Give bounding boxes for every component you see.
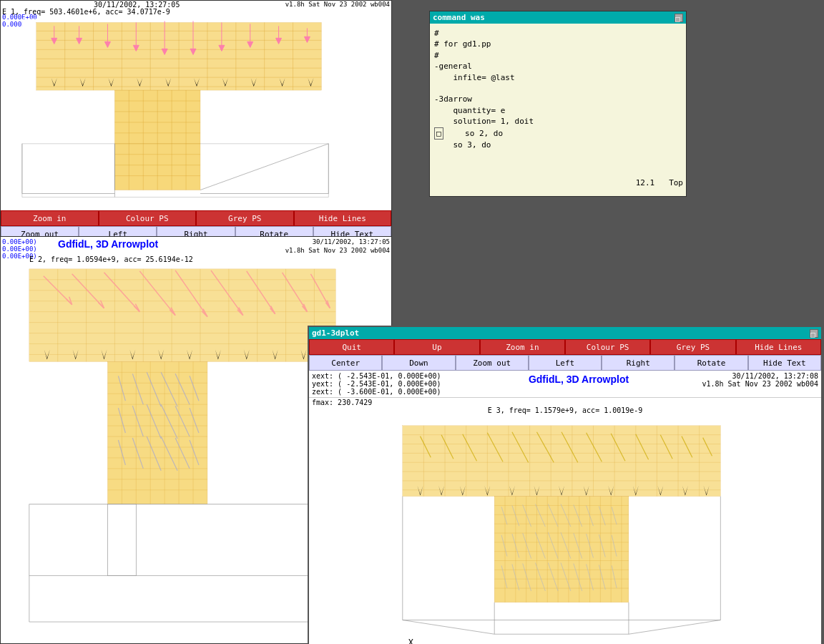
- svg-rect-156: [107, 504, 321, 576]
- topleft-plot-svg: [1, 1, 391, 203]
- btn-grey-ps-gd1[interactable]: Grey PS: [650, 339, 735, 355]
- cmd-line-2: # for gd1.pp: [434, 39, 682, 49]
- gd1-fmax: fmax: 230.7429: [312, 399, 818, 406]
- cmd-line-9: solution= 1, doit: [434, 116, 682, 127]
- gd1-zext: zext: ( -3.600E-01, 0.000E+00): [312, 388, 441, 396]
- btn-down[interactable]: Down: [382, 355, 455, 371]
- gd1-toolbar-row1: Quit Up Zoom in Colour PS Grey PS Hide L…: [309, 339, 821, 355]
- command-window: command was □ # # for gd1.pp # -general …: [429, 11, 687, 197]
- btn-colour-ps[interactable]: Colour PS: [99, 210, 197, 226]
- gd1-cursor-marker: X: [408, 638, 414, 644]
- gd1-date: 30/11/2002, 13:27:08: [702, 372, 818, 380]
- btn-zoom-out-gd1[interactable]: Zoom out: [456, 355, 529, 371]
- gd1-version: v1.8h Sat Nov 23 2002 wb004: [702, 380, 818, 388]
- btn-rotate-gd1[interactable]: Rotate: [675, 355, 747, 371]
- svg-rect-155: [29, 504, 136, 576]
- gd1-freq-area: fmax: 230.7429 E 3, freq= 1.1579e+9, acc…: [309, 398, 821, 415]
- cmd-row: Top: [669, 178, 683, 187]
- bottomleft-date: 30/11/2002, 13:27:05: [313, 238, 390, 245]
- btn-zoom-in[interactable]: Zoom in: [1, 210, 99, 226]
- gd1-titlebar: gd1-3dplot □: [309, 327, 821, 339]
- gd1-date-area: 30/11/2002, 13:27:08 v1.8h Sat Nov 23 20…: [702, 372, 818, 396]
- bl-yext: 0.00E+00): [2, 245, 37, 253]
- command-content: # # for gd1.pp # -general infile= @last …: [430, 24, 686, 190]
- gd1-plot-title: GdfidL, 3D Arrowplot: [456, 374, 702, 385]
- svg-rect-160: [403, 426, 721, 497]
- gd1-info-area: xext: ( -2.543E-01, 0.000E+00) yext: ( -…: [309, 371, 821, 398]
- btn-center[interactable]: Center: [309, 355, 382, 371]
- btn-quit[interactable]: Quit: [309, 339, 394, 355]
- cmd-line-7: -3darrow: [434, 94, 682, 104]
- command-titlebar: command was □: [430, 11, 686, 24]
- cmd-line-11: so 3, do: [434, 140, 682, 150]
- btn-hide-lines-gd1[interactable]: Hide Lines: [736, 339, 821, 355]
- cmd-line-5: infile= @last: [434, 72, 682, 83]
- cmd-cursor: □: [434, 127, 443, 140]
- cmd-line-10-text: so 2, do: [446, 128, 503, 139]
- cmd-status: 12.1 Top: [636, 177, 683, 188]
- cmd-col: 12.1: [636, 178, 655, 187]
- cmd-line-10: □ so 2, do: [434, 127, 682, 140]
- btn-right-gd1[interactable]: Right: [602, 355, 675, 371]
- command-title: command was: [433, 13, 485, 22]
- gd1-yext: yext: ( -2.543E-01, 0.000E+00): [312, 380, 441, 388]
- bl-xext: 0.00E+00): [2, 238, 37, 245]
- bottomleft-plot-title: GdfidL, 3D Arrowplot: [58, 238, 158, 250]
- cmd-line-3: #: [434, 50, 682, 61]
- bottomleft-freq: E 2, freq= 1.0594e+9, acc= 25.6194e-12: [29, 255, 193, 263]
- gd1-3dplot-window: gd1-3dplot □ Quit Up Zoom in Colour PS G…: [308, 326, 823, 644]
- gd1-plot-area: X: [309, 415, 821, 644]
- svg-line-266: [629, 620, 720, 634]
- bottomleft-version: v1.8h Sat Nov 23 2002 wb004: [285, 247, 390, 254]
- btn-hide-lines[interactable]: Hide Lines: [294, 210, 392, 226]
- btn-up[interactable]: Up: [394, 339, 479, 355]
- gd1-plot-svg: X: [309, 415, 821, 644]
- topleft-arrowplot-window: v1.8h Sat Nov 23 2002 wb004 E 1, freq= 5…: [0, 0, 392, 243]
- svg-line-265: [403, 620, 494, 634]
- btn-hide-text-gd1[interactable]: Hide Text: [748, 355, 821, 371]
- btn-grey-ps[interactable]: Grey PS: [196, 210, 294, 226]
- cmd-line-1: #: [434, 28, 682, 39]
- cmd-line-4: -general: [434, 61, 682, 72]
- gd1-title-area: GdfidL, 3D Arrowplot: [456, 372, 702, 396]
- gd1-freq: E 3, freq= 1.1579e+9, acc= 1.0019e-9: [312, 406, 818, 414]
- cmd-line-8: quantity= e: [434, 105, 682, 116]
- gd1-maximize-btn[interactable]: □: [810, 329, 818, 338]
- btn-left-gd1[interactable]: Left: [529, 355, 602, 371]
- command-maximize-btn[interactable]: □: [675, 14, 683, 22]
- cmd-line-6: [434, 83, 682, 94]
- gd1-xext: xext: ( -2.543E-01, 0.000E+00): [312, 372, 441, 380]
- btn-zoom-in-gd1[interactable]: Zoom in: [480, 339, 565, 355]
- gd1-coords: xext: ( -2.543E-01, 0.000E+00) yext: ( -…: [312, 372, 441, 396]
- gd1-title: gd1-3dplot: [312, 328, 359, 338]
- topleft-date: 30/11/2002, 13:27:05: [94, 1, 180, 9]
- gd1-toolbar-row2: Center Down Zoom out Left Right Rotate H…: [309, 355, 821, 371]
- btn-colour-ps-gd1[interactable]: Colour PS: [565, 339, 650, 355]
- bottomleft-title-area: GdfidL, 3D Arrowplot: [58, 238, 158, 250]
- svg-rect-70: [29, 269, 335, 362]
